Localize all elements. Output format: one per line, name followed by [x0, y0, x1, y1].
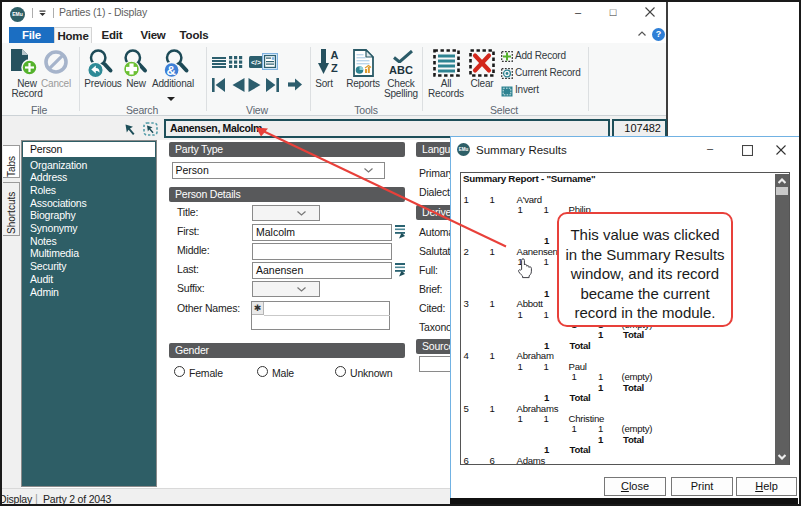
- svg-text:</>: </>: [251, 59, 261, 66]
- svg-text:&: &: [167, 63, 176, 78]
- svg-text:Z: Z: [331, 62, 338, 74]
- svg-text:A: A: [331, 49, 339, 61]
